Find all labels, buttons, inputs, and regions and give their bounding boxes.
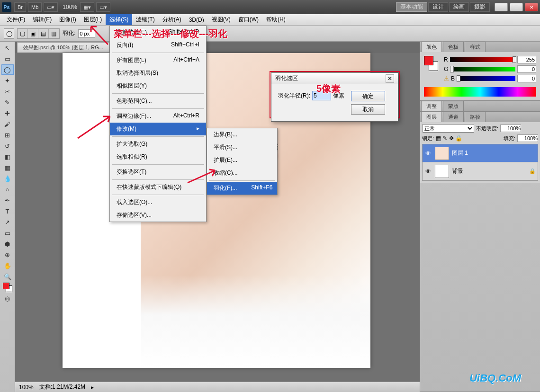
stamp-tool[interactable]: ⊞ bbox=[1, 130, 14, 140]
menu-help[interactable]: 帮助(H) bbox=[262, 14, 289, 25]
menu-image[interactable]: 图像(I) bbox=[55, 14, 80, 25]
eraser-tool[interactable]: ◧ bbox=[1, 151, 14, 162]
arrange-button[interactable]: ▦▾ bbox=[80, 2, 94, 12]
dialog-close-button[interactable]: ✕ bbox=[386, 74, 394, 83]
zoom-tool[interactable]: 🔍 bbox=[1, 271, 14, 282]
tab-paths[interactable]: 路径 bbox=[465, 112, 486, 122]
lasso-tool[interactable]: ◯ bbox=[1, 64, 14, 75]
heal-tool[interactable]: ✚ bbox=[1, 108, 14, 118]
minimize-button[interactable]: — bbox=[495, 3, 508, 11]
g-input[interactable] bbox=[517, 65, 536, 73]
sel-add[interactable]: ▣ bbox=[28, 29, 38, 38]
annotation-arrow-icon bbox=[186, 156, 219, 185]
layers-panel: 图层 通道 路径 正常 不透明度: 锁定: ▦ ✎ ✥ 🔒 填充: bbox=[420, 112, 540, 392]
ok-button[interactable]: 确定 bbox=[351, 91, 385, 101]
menu-load-sel[interactable]: 载入选区(O)... bbox=[110, 196, 206, 209]
tab-channels[interactable]: 通道 bbox=[443, 112, 464, 122]
layer-name[interactable]: 图层 1 bbox=[452, 149, 468, 157]
blur-tool[interactable]: 💧 bbox=[1, 173, 14, 184]
wand-tool[interactable]: ✦ bbox=[1, 75, 14, 86]
visibility-icon[interactable]: 👁 bbox=[424, 150, 432, 157]
workspace-painting[interactable]: 绘画 bbox=[449, 2, 469, 12]
3d-tool[interactable]: ⬢ bbox=[1, 239, 14, 249]
extras-button[interactable]: ▭▾ bbox=[96, 2, 110, 12]
b-input[interactable] bbox=[517, 75, 536, 82]
workspace-photo[interactable]: 摄影 bbox=[470, 2, 490, 12]
tab-styles[interactable]: 样式 bbox=[465, 42, 486, 52]
menu-all-layers[interactable]: 所有图层(L)Alt+Ctrl+A bbox=[110, 54, 206, 67]
shape-tool[interactable]: ▭ bbox=[1, 228, 14, 238]
close-button[interactable]: ✕ bbox=[525, 3, 538, 11]
quickmask-toggle[interactable]: ◎ bbox=[1, 293, 14, 303]
camera-tool[interactable]: ⊕ bbox=[1, 249, 14, 260]
menu-similar-layers[interactable]: 相似图层(Y) bbox=[110, 80, 206, 92]
sel-sub[interactable]: ▤ bbox=[38, 29, 49, 38]
lock-icons[interactable]: ▦ ✎ ✥ 🔒 bbox=[436, 135, 462, 142]
menu-edit[interactable]: 编辑(E) bbox=[29, 14, 55, 25]
path-tool[interactable]: ↗ bbox=[1, 217, 14, 227]
tab-adjustments[interactable]: 调整 bbox=[421, 101, 442, 111]
workspace-design[interactable]: 设计 bbox=[428, 2, 448, 12]
fill-input[interactable] bbox=[517, 134, 538, 142]
tool-preset-icon[interactable]: ◯ bbox=[4, 28, 14, 39]
color-swatch-panel[interactable] bbox=[424, 56, 438, 71]
workspace-essentials[interactable]: 基本功能 bbox=[396, 2, 427, 12]
tab-color[interactable]: 颜色 bbox=[421, 42, 442, 52]
status-arrow-icon[interactable]: ▸ bbox=[91, 384, 94, 391]
menu-modify[interactable]: 修改(M) bbox=[110, 123, 206, 135]
dodge-tool[interactable]: ○ bbox=[1, 184, 14, 195]
minibridge-button[interactable]: Mb bbox=[28, 2, 42, 12]
opacity-input[interactable] bbox=[500, 125, 521, 132]
spectrum-bar[interactable] bbox=[424, 87, 536, 97]
brush-tool[interactable]: 🖌 bbox=[1, 119, 14, 129]
menu-refine-edge[interactable]: 调整边缘(F)...Alt+Ctrl+R bbox=[110, 110, 206, 123]
layer-row[interactable]: 👁 图层 1 bbox=[423, 144, 538, 162]
sel-new[interactable]: ▢ bbox=[18, 29, 28, 38]
r-input[interactable] bbox=[517, 56, 536, 63]
hand-tool[interactable]: ✋ bbox=[1, 260, 14, 271]
menu-inverse[interactable]: 反向(I)Shift+Ctrl+I bbox=[110, 39, 206, 52]
layer-row[interactable]: 👁 背景 🔒 bbox=[423, 162, 538, 180]
history-brush-tool[interactable]: ↺ bbox=[1, 141, 14, 151]
move-tool[interactable]: ↖ bbox=[1, 43, 14, 53]
r-slider[interactable] bbox=[450, 57, 515, 62]
eyedropper-tool[interactable]: ✎ bbox=[1, 97, 14, 107]
tab-masks[interactable]: 蒙版 bbox=[443, 101, 464, 111]
color-swatch[interactable] bbox=[1, 282, 14, 293]
menu-deselect-layers[interactable]: 取消选择图层(S) bbox=[110, 67, 206, 80]
menu-3d[interactable]: 3D(D) bbox=[185, 15, 208, 25]
menu-save-sel[interactable]: 存储选区(V)... bbox=[110, 209, 206, 222]
tab-layers[interactable]: 图层 bbox=[421, 112, 442, 122]
pen-tool[interactable]: ✒ bbox=[1, 195, 14, 205]
color-panel: 颜色 色板 样式 R G ⚠B bbox=[420, 42, 540, 101]
menu-filter[interactable]: 滤镜(T) bbox=[132, 14, 158, 25]
menu-grow[interactable]: 扩大选取(G) bbox=[110, 138, 206, 151]
marquee-tool[interactable]: ▭ bbox=[1, 53, 14, 64]
bridge-button[interactable]: Br bbox=[14, 2, 26, 12]
menu-window[interactable]: 窗口(W) bbox=[234, 14, 262, 25]
crop-tool[interactable]: ✂ bbox=[1, 86, 14, 97]
layer-thumb bbox=[435, 165, 449, 178]
cancel-button[interactable]: 取消 bbox=[351, 104, 385, 115]
options-bar: ◯ ▢ ▣ ▤ ▥ 羽化: bbox=[0, 26, 540, 42]
blend-mode-select[interactable]: 正常 bbox=[422, 124, 474, 133]
menu-smooth[interactable]: 平滑(S)... bbox=[207, 141, 277, 154]
menu-border[interactable]: 边界(B)... bbox=[207, 128, 277, 141]
menu-file[interactable]: 文件(F) bbox=[3, 14, 29, 25]
b-slider[interactable] bbox=[457, 76, 515, 81]
tab-swatches[interactable]: 色板 bbox=[443, 42, 464, 52]
gradient-tool[interactable]: ▦ bbox=[1, 162, 14, 173]
menu-analysis[interactable]: 分析(A) bbox=[159, 14, 185, 25]
menu-color-range[interactable]: 色彩范围(C)... bbox=[110, 95, 206, 107]
lock-icon: 🔒 bbox=[529, 168, 536, 174]
screenmode-button[interactable]: ▭▾ bbox=[44, 2, 58, 12]
type-tool[interactable]: T bbox=[1, 206, 14, 216]
menu-view[interactable]: 视图(V) bbox=[208, 14, 234, 25]
visibility-icon[interactable]: 👁 bbox=[424, 168, 432, 175]
zoom-level[interactable]: 100% bbox=[63, 4, 77, 10]
layer-name[interactable]: 背景 bbox=[452, 167, 463, 175]
maximize-button[interactable]: ☐ bbox=[510, 3, 523, 11]
status-zoom[interactable]: 100% bbox=[19, 384, 34, 391]
g-slider[interactable] bbox=[450, 67, 515, 71]
sel-int[interactable]: ▥ bbox=[49, 29, 59, 38]
